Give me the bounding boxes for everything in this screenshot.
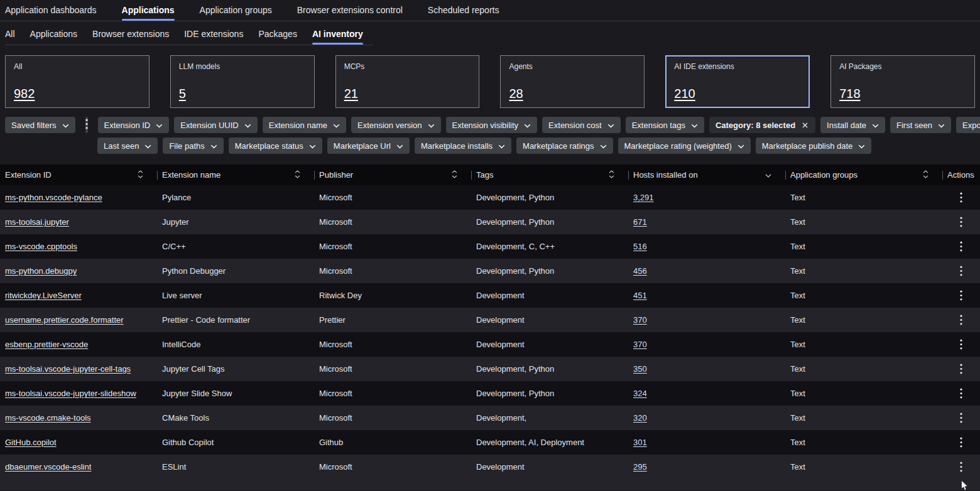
subtab-applications[interactable]: Applications [30, 29, 78, 45]
summary-card-value-link[interactable]: 718 [839, 87, 966, 101]
table-row: esbenp.prettier-vscodeIntelliCodeMicroso… [0, 332, 980, 357]
extension-id-link[interactable]: dbaeumer.vscode-eslint [5, 462, 91, 472]
extension-id-link[interactable]: ms-python.debugpy [5, 266, 77, 276]
summary-card-ai-packages[interactable]: AI Packages718 [830, 55, 975, 108]
extension-id-cell: ms-toolsai.vscode-jupyter-cell-tags [0, 364, 157, 374]
actions-cell [942, 214, 980, 230]
column-header-extension-name[interactable]: Extension name [157, 165, 314, 185]
filter-overflow-menu-button[interactable] [85, 117, 88, 133]
column-header-hosts-installed-on[interactable]: Hosts installed on [628, 165, 785, 185]
hosts-installed-link[interactable]: 370 [633, 315, 647, 325]
extension-id-link[interactable]: GitHub.copilot [5, 438, 57, 447]
hosts-installed-link[interactable]: 350 [633, 364, 647, 374]
filter-button-extension-visibility[interactable]: Extension visibility [446, 117, 538, 133]
hosts-installed-link[interactable]: 320 [633, 413, 647, 423]
row-actions-kebab-icon[interactable] [954, 190, 969, 205]
filter-button-extension-version[interactable]: Extension version [351, 117, 441, 133]
row-actions-kebab-icon[interactable] [954, 312, 969, 328]
application-groups-cell: Text [785, 364, 942, 374]
extension-id-link[interactable]: username.prettier.code.formatter [5, 315, 124, 325]
hosts-installed-link[interactable]: 516 [633, 242, 647, 251]
filter-button-label: Install date [827, 121, 866, 130]
hosts-installed-link[interactable]: 301 [633, 438, 647, 447]
row-actions-kebab-icon[interactable] [954, 410, 969, 426]
row-actions-kebab-icon[interactable] [954, 337, 969, 352]
column-header-extension-id[interactable]: Extension ID [0, 165, 157, 185]
filter-button-extension-tags[interactable]: Extension tags [626, 117, 704, 133]
filter-chip-label: Category: 8 selected [716, 121, 795, 130]
filter-button-marketplace-ratings[interactable]: Marketplace ratings [516, 138, 612, 154]
filter-chip-category-8-selected[interactable]: Category: 8 selected [709, 117, 815, 133]
export-button[interactable]: Export [956, 117, 980, 133]
subtab-browser-extensions[interactable]: Browser extensions [92, 29, 169, 45]
filter-button-marketplace-installs[interactable]: Marketplace installs [415, 138, 511, 154]
column-header-publisher[interactable]: Publisher [314, 165, 471, 185]
extension-id-link[interactable]: ritwickdey.LiveServer [5, 291, 82, 300]
top-nav-item-applications[interactable]: Applications [122, 5, 175, 21]
summary-card-llm-models[interactable]: LLM models5 [170, 55, 315, 108]
top-nav-item-application-groups[interactable]: Application groups [200, 5, 272, 21]
row-actions-kebab-icon[interactable] [954, 459, 969, 475]
extension-id-link[interactable]: ms-python.vscode-pylance [5, 193, 102, 202]
row-actions-kebab-icon[interactable] [954, 434, 969, 450]
top-nav-item-application-dashboards[interactable]: Application dashboards [5, 5, 97, 21]
filter-button-extension-id[interactable]: Extension ID [98, 117, 170, 133]
summary-card-mcps[interactable]: MCPs21 [335, 55, 480, 108]
hosts-installed-link[interactable]: 295 [633, 462, 647, 472]
filter-button-marketplace-status[interactable]: Marketplace status [229, 138, 322, 154]
summary-card-value-link[interactable]: 5 [179, 87, 306, 101]
summary-card-agents[interactable]: Agents28 [500, 55, 645, 108]
summary-card-all[interactable]: All982 [5, 55, 150, 108]
subtab-packages[interactable]: Packages [258, 29, 297, 45]
row-actions-kebab-icon[interactable] [954, 239, 969, 254]
subtab-ide-extensions[interactable]: IDE extensions [184, 29, 243, 45]
extension-id-link[interactable]: ms-toolsai.jupyter [5, 217, 69, 227]
top-nav-item-scheduled-reports[interactable]: Scheduled reports [428, 5, 499, 21]
extension-id-link[interactable]: ms-toolsai.vscode-jupyter-cell-tags [5, 364, 131, 374]
summary-card-label: MCPs [344, 62, 471, 71]
filter-button-extension-cost[interactable]: Extension cost [542, 117, 621, 133]
top-nav: Application dashboardsApplicationsApplic… [0, 0, 980, 21]
filter-button-extension-uuid[interactable]: Extension UUID [174, 117, 257, 133]
row-actions-kebab-icon[interactable] [954, 214, 969, 230]
row-actions-kebab-icon[interactable] [954, 386, 969, 401]
row-actions-kebab-icon[interactable] [954, 288, 969, 303]
summary-card-value-link[interactable]: 28 [509, 87, 636, 101]
summary-card-ai-ide-extensions[interactable]: AI IDE extensions210 [665, 55, 810, 108]
extension-id-cell: ritwickdey.LiveServer [0, 291, 157, 300]
summary-card-value-link[interactable]: 21 [344, 87, 471, 101]
column-header-application-groups[interactable]: Application groups [785, 165, 942, 185]
summary-card-value-link[interactable]: 982 [14, 87, 141, 101]
filter-button-marketplace-url[interactable]: Marketplace Url [327, 138, 410, 154]
chevron-down-icon [210, 141, 217, 151]
subtab-ai-inventory[interactable]: AI inventory [312, 29, 363, 45]
hosts-installed-link[interactable]: 456 [633, 266, 647, 276]
hosts-installed-link[interactable]: 370 [633, 340, 647, 349]
saved-filters-button[interactable]: Saved filters [5, 117, 75, 133]
filter-button-install-date[interactable]: Install date [820, 117, 885, 133]
chevron-down-icon [156, 121, 163, 130]
hosts-installed-link[interactable]: 3,291 [633, 193, 654, 202]
extension-id-link[interactable]: ms-vscode.cmake-tools [5, 413, 91, 423]
close-icon[interactable] [801, 121, 809, 129]
filter-button-extension-name[interactable]: Extension name [263, 117, 346, 133]
filter-button-last-seen[interactable]: Last seen [97, 138, 158, 154]
row-actions-kebab-icon[interactable] [954, 263, 969, 279]
extension-id-link[interactable]: esbenp.prettier-vscode [5, 340, 88, 349]
filter-button-file-paths[interactable]: File paths [163, 138, 223, 154]
publisher-cell: Microsoft [314, 364, 471, 374]
subtab-all[interactable]: All [5, 29, 15, 45]
hosts-installed-link[interactable]: 451 [633, 291, 647, 300]
extension-id-link[interactable]: ms-toolsai.vscode-jupyter-slideshow [5, 389, 136, 398]
filter-button-marketplace-publish-date[interactable]: Marketplace publish date [756, 138, 872, 154]
top-nav-item-browser-extensions-control[interactable]: Browser extensions control [297, 5, 403, 21]
row-actions-kebab-icon[interactable] [954, 361, 969, 377]
filter-button-first-seen[interactable]: First seen [890, 117, 951, 133]
summary-card-value-link[interactable]: 210 [674, 87, 801, 101]
extension-name-cell: Python Debugger [157, 266, 314, 276]
filter-button-marketplace-rating-weighted[interactable]: Marketplace rating (weighted) [618, 138, 751, 154]
hosts-installed-link[interactable]: 324 [633, 389, 647, 398]
column-header-tags[interactable]: Tags [471, 165, 628, 185]
hosts-installed-link[interactable]: 671 [633, 217, 647, 227]
extension-id-link[interactable]: ms-vscode.cpptools [5, 242, 77, 251]
